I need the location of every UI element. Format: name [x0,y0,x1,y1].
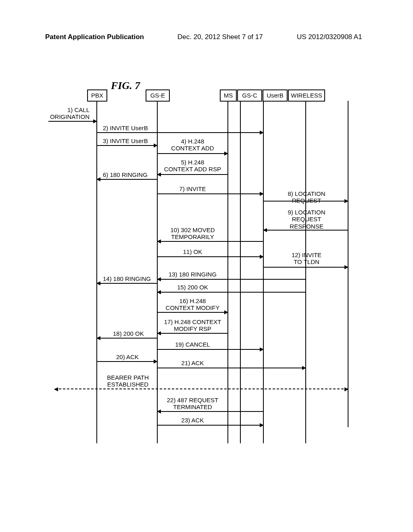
arrow-m18 [97,338,157,339]
arrow-m20 [97,361,157,362]
label-m19: 19) CANCEL [159,341,226,348]
arrow-m21 [158,368,305,368]
label-m14: 14) 180 RINGING [103,275,151,282]
label-m15: 15) 200 OK [159,284,226,291]
arrow-m12 [264,267,348,268]
actor-userb: UserB [263,89,288,102]
arrow-m6 [97,179,157,180]
label-call-origination: 1) CALLORIGINATION [45,106,90,121]
page: Patent Application Publication Dec. 20, … [0,0,413,532]
lifeline-edge [348,101,348,427]
header-mid: Dec. 20, 2012 Sheet 7 of 17 [177,33,263,41]
label-m23: 23) ACK [159,417,226,424]
lifeline-wireless [305,99,306,443]
lifeline-ms [227,99,228,443]
label-m3: 3) INVITE UserB [103,137,148,144]
label-m20: 20) ACK [116,353,139,360]
label-m10: 10) 302 MOVEDTEMPORARILY [159,227,226,241]
label-m17: 17) H.248 CONTEXTMODIFY RSP [159,318,226,332]
label-m22: 22) 487 REQUESTTERMINATED [159,397,226,411]
figure-title: FIG. 7 [111,80,140,92]
label-m7: 7) INVITE [159,185,226,192]
lifeline-userb [263,99,264,443]
label-m9: 9) LOCATIONREQUESTRESPONSE [270,209,343,230]
label-m5: 5) H.248CONTEXT ADD RSP [159,159,226,173]
label-m21: 21) ACK [159,360,226,366]
label-m2: 2) INVITE UserB [103,125,148,131]
label-m18: 18) 200 OK [113,330,144,337]
actor-gsc: GS-C [237,89,262,102]
label-m8: 8) LOCATIONREQUEST [270,190,343,204]
actor-pbx: PBX [87,89,107,102]
arrow-m10 [158,241,263,242]
actor-ms: MS [220,89,237,102]
arrow-m16 [158,312,227,313]
label-m6: 6) 180 RINGING [103,171,148,178]
header-left: Patent Application Publication [45,33,144,41]
arrow-m13 [158,279,305,280]
arrow-m3 [97,145,157,146]
arrow-m7 [158,193,263,194]
lifeline-gsc [240,99,241,443]
arrow-m17 [158,333,227,334]
arrow-m14 [97,283,157,284]
arrow-call-origination [48,121,96,122]
label-bearer-path: BEARER PATHESTABLISHED [102,374,154,388]
label-m16: 16) H.248CONTEXT MODIFY [159,297,226,312]
lifeline-pbx [96,99,97,443]
arrow-m15 [158,292,305,293]
actor-wireless: WIRELESS [288,89,325,102]
arrow-m9 [264,230,348,231]
label-m13: 13) 180 RINGING [159,271,226,278]
arrow-m4 [158,153,227,154]
header-right: US 2012/0320908 A1 [297,33,362,41]
arrow-m11 [158,256,263,257]
lifeline-gse [157,99,158,443]
label-m4: 4) H.248CONTEXT ADD [159,138,226,152]
label-m12: 12) INVITETO TLDN [270,251,343,266]
arrow-m19 [158,349,263,350]
arrow-m5 [158,174,227,175]
arrow-m22 [158,411,263,412]
label-m11: 11) OK [159,248,226,255]
arrow-m23 [158,425,263,426]
actor-gse: GS-E [146,89,170,102]
arrow-m2 [97,132,263,133]
arrow-bearer-path [55,389,348,389]
